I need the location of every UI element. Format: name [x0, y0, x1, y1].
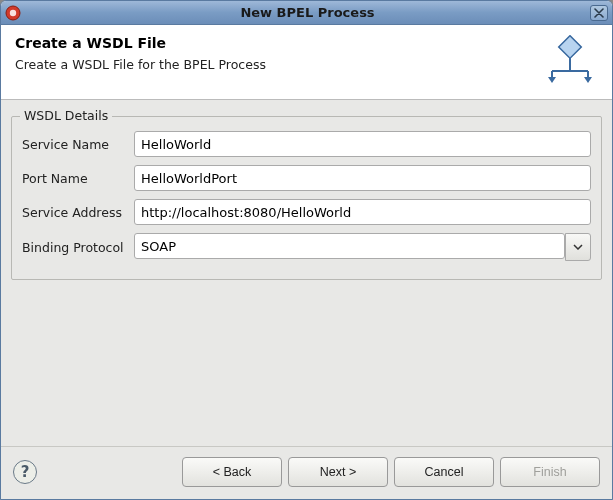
service-address-row: Service Address	[22, 199, 591, 225]
titlebar[interactable]: New BPEL Process	[1, 1, 612, 25]
wizard-content: WSDL Details Service Name Port Name Serv…	[1, 100, 612, 446]
port-name-row: Port Name	[22, 165, 591, 191]
wizard-header-text: Create a WSDL File Create a WSDL File fo…	[15, 35, 266, 72]
wizard-header-icon	[542, 35, 598, 87]
service-address-input[interactable]	[134, 199, 591, 225]
group-title: WSDL Details	[20, 108, 112, 123]
dialog-window: New BPEL Process Create a WSDL File Crea…	[0, 0, 613, 500]
finish-button: Finish	[500, 457, 600, 487]
svg-rect-2	[559, 36, 582, 59]
service-address-label: Service Address	[22, 205, 134, 220]
wizard-footer: ? < Back Next > Cancel Finish	[1, 446, 612, 499]
help-icon: ?	[21, 463, 30, 481]
close-icon	[594, 8, 604, 18]
help-button[interactable]: ?	[13, 460, 37, 484]
service-name-row: Service Name	[22, 131, 591, 157]
port-name-label: Port Name	[22, 171, 134, 186]
binding-protocol-dropdown-button[interactable]	[565, 233, 591, 261]
chevron-down-icon	[573, 244, 583, 250]
svg-point-1	[10, 9, 16, 15]
app-icon	[5, 5, 21, 21]
binding-protocol-combo[interactable]	[134, 233, 591, 261]
svg-marker-7	[548, 77, 556, 83]
page-subtitle: Create a WSDL File for the BPEL Process	[15, 57, 266, 72]
service-name-label: Service Name	[22, 137, 134, 152]
port-name-input[interactable]	[134, 165, 591, 191]
wsdl-details-group: WSDL Details Service Name Port Name Serv…	[11, 116, 602, 280]
window-close-button[interactable]	[590, 5, 608, 21]
back-button[interactable]: < Back	[182, 457, 282, 487]
service-name-input[interactable]	[134, 131, 591, 157]
binding-protocol-input[interactable]	[134, 233, 565, 259]
wizard-header: Create a WSDL File Create a WSDL File fo…	[1, 25, 612, 100]
svg-marker-8	[584, 77, 592, 83]
page-title: Create a WSDL File	[15, 35, 266, 51]
next-button[interactable]: Next >	[288, 457, 388, 487]
window-title: New BPEL Process	[25, 5, 590, 20]
cancel-button[interactable]: Cancel	[394, 457, 494, 487]
binding-protocol-row: Binding Protocol	[22, 233, 591, 261]
wsdl-icon	[542, 35, 598, 87]
binding-protocol-label: Binding Protocol	[22, 240, 134, 255]
